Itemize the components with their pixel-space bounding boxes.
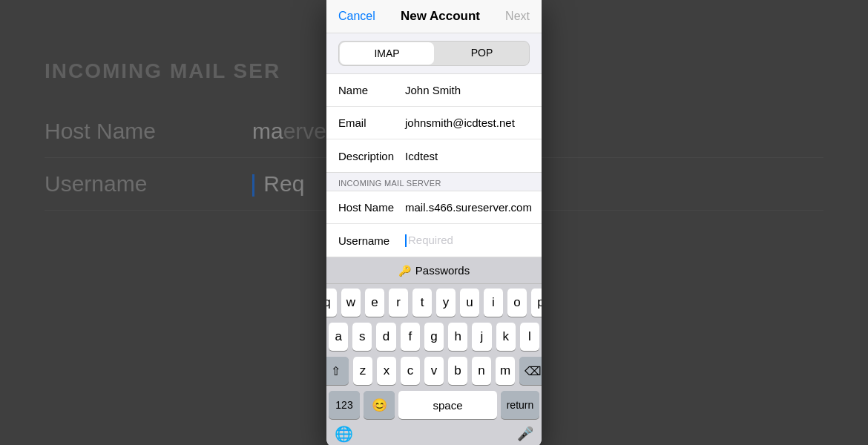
text-cursor	[405, 234, 407, 247]
passwords-bar[interactable]: 🔑 Passwords	[326, 257, 542, 284]
return-key[interactable]: return	[501, 391, 539, 419]
key-n[interactable]: n	[472, 357, 491, 385]
nav-bar: Cancel New Account Next	[326, 0, 542, 33]
key-t[interactable]: t	[412, 289, 432, 317]
key-j[interactable]: j	[472, 323, 491, 351]
key-a[interactable]: a	[329, 323, 348, 351]
key-c[interactable]: c	[401, 357, 420, 385]
key-i[interactable]: i	[484, 289, 503, 317]
username-input[interactable]: Required	[405, 234, 530, 248]
key-w[interactable]: w	[341, 289, 361, 317]
key-k[interactable]: k	[496, 323, 516, 351]
key-u[interactable]: u	[460, 289, 479, 317]
next-button[interactable]: Next	[505, 10, 530, 23]
key-o[interactable]: o	[507, 289, 527, 317]
space-key[interactable]: space	[398, 391, 497, 419]
email-value[interactable]: johnsmith@icdtest.net	[405, 116, 530, 129]
dialog-title: New Account	[401, 9, 480, 24]
description-value[interactable]: Icdtest	[405, 150, 530, 162]
keyboard-bottom-row: 123 😊 space return	[329, 391, 539, 419]
description-label: Description	[338, 150, 405, 162]
key-d[interactable]: d	[376, 323, 395, 351]
keyboard-row-3: ⇧ z x c v b n m ⌫	[329, 357, 539, 385]
account-form-section: Name John Smith Email johnsmith@icdtest.…	[326, 73, 542, 173]
hostname-value[interactable]: mail.s466.sureserver.com	[405, 201, 532, 214]
key-p[interactable]: p	[531, 289, 542, 317]
key-h[interactable]: h	[448, 323, 467, 351]
name-value[interactable]: John Smith	[405, 84, 530, 96]
keyboard-row-2: a s d f g h j k l	[329, 323, 539, 351]
incoming-form-section: Host Name mail.s466.sureserver.com Usern…	[326, 191, 542, 257]
email-label: Email	[338, 116, 405, 129]
name-row[interactable]: Name John Smith	[326, 74, 542, 107]
key-v[interactable]: v	[424, 357, 444, 385]
virtual-keyboard: q w e r t y u i o p a s d f g h j k l ⇧ …	[326, 284, 542, 445]
email-row[interactable]: Email johnsmith@icdtest.net	[326, 107, 542, 139]
key-q[interactable]: q	[326, 289, 337, 317]
username-placeholder: Required	[408, 234, 453, 246]
key-l[interactable]: l	[520, 323, 539, 351]
cancel-button[interactable]: Cancel	[338, 10, 375, 23]
username-label: Username	[338, 234, 405, 247]
emoji-key[interactable]: 😊	[364, 391, 395, 419]
hostname-label: Host Name	[338, 201, 405, 214]
name-label: Name	[338, 84, 405, 96]
numbers-key[interactable]: 123	[329, 391, 360, 419]
key-g[interactable]: g	[424, 323, 444, 351]
new-account-dialog: Cancel New Account Next IMAP POP Name Jo…	[326, 0, 542, 445]
passwords-label: Passwords	[415, 264, 470, 277]
incoming-section-header: INCOMING MAIL SERVER	[326, 173, 542, 191]
segment-imap[interactable]: IMAP	[340, 42, 434, 65]
key-z[interactable]: z	[353, 357, 372, 385]
description-row[interactable]: Description Icdtest	[326, 139, 542, 172]
hostname-row[interactable]: Host Name mail.s466.sureserver.com	[326, 191, 542, 224]
globe-icon[interactable]: 🌐	[335, 425, 353, 443]
backspace-key[interactable]: ⌫	[519, 357, 542, 385]
key-b[interactable]: b	[448, 357, 467, 385]
microphone-icon[interactable]: 🎤	[517, 426, 533, 442]
key-s[interactable]: s	[352, 323, 372, 351]
key-y[interactable]: y	[436, 289, 456, 317]
key-r[interactable]: r	[389, 289, 408, 317]
key-icon: 🔑	[398, 265, 411, 277]
keyboard-row-1: q w e r t y u i o p	[329, 289, 539, 317]
username-row[interactable]: Username Required	[326, 224, 542, 257]
key-e[interactable]: e	[365, 289, 384, 317]
segment-pop[interactable]: POP	[435, 42, 529, 65]
account-type-segment[interactable]: IMAP POP	[338, 41, 530, 66]
key-f[interactable]: f	[401, 323, 420, 351]
keyboard-footer: 🌐 🎤	[329, 422, 539, 445]
shift-key[interactable]: ⇧	[326, 357, 349, 385]
key-x[interactable]: x	[377, 357, 396, 385]
key-m[interactable]: m	[496, 357, 515, 385]
